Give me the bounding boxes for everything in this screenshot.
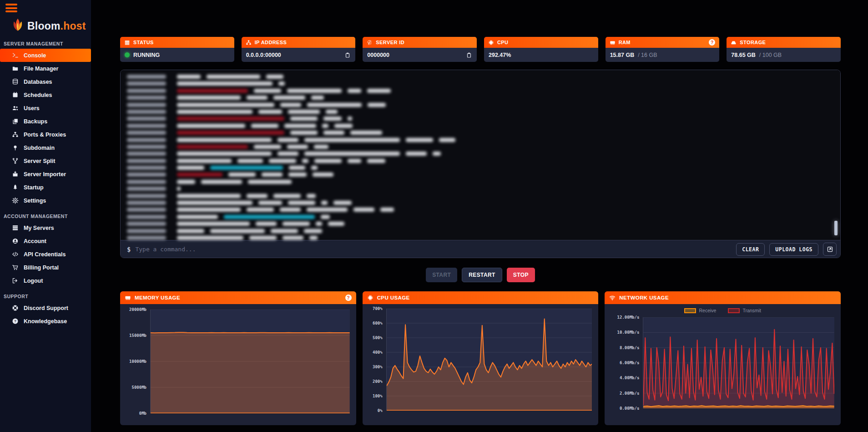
sidebar-item-file-manager[interactable]: File Manager	[0, 62, 91, 75]
sidebar-item-subdomain[interactable]: Subdomain	[0, 141, 91, 154]
sidebar-item-server-split[interactable]: Server Split	[0, 154, 91, 168]
sidebar-item-label: Startup	[24, 184, 44, 191]
command-input[interactable]	[135, 246, 732, 253]
clear-button[interactable]: CLEAR	[736, 243, 765, 256]
y-axis-labels: 700%600%500%400%300%200%100%0%	[369, 309, 386, 411]
y-tick-label: 6.00Mb/s	[620, 361, 639, 365]
y-tick-label: 20000Mb	[129, 307, 146, 312]
card-value-suffix: / 100 GB	[759, 52, 782, 58]
upload-logs-button[interactable]: UPLOAD LOGS	[769, 243, 818, 256]
help-icon[interactable]: ?	[345, 295, 352, 301]
card-value-row: 292.47%	[484, 48, 598, 62]
users-icon	[12, 105, 19, 112]
status-dot	[125, 52, 130, 57]
card-title: SERVER ID	[376, 40, 404, 45]
console-scrollbar[interactable]	[834, 221, 838, 235]
sidebar-item-label: Schedules	[24, 92, 52, 98]
console-log-line	[127, 201, 832, 205]
y-tick-label: 4.00Mb/s	[620, 376, 639, 380]
sidebar-nav: SERVER MANAGEMENTConsoleFile ManagerData…	[0, 41, 91, 328]
usage-charts-row: MEMORY USAGE?20000Mb15000Mb10000Mb5000Mb…	[120, 291, 841, 425]
prompt-symbol: $	[127, 246, 131, 253]
sidebar-item-label: Account	[24, 238, 46, 244]
sidebar-item-account[interactable]: Account	[0, 234, 91, 248]
sidebar-item-knowledgebase[interactable]: ?Knowledgebase	[0, 315, 91, 328]
sidebar-item-startup[interactable]: Startup	[0, 181, 91, 194]
expand-icon	[827, 246, 833, 253]
stat-card-server-id: SERVER ID0000000	[363, 37, 477, 62]
card-title: STATUS	[133, 40, 154, 45]
card-value-row: RUNNING	[120, 48, 234, 62]
sidebar-item-schedules[interactable]: Schedules	[0, 88, 91, 102]
chart-header: NETWORK USAGE	[605, 291, 841, 304]
y-tick-label: 400%	[373, 350, 383, 355]
copy-icon	[12, 118, 19, 125]
console-log-line	[127, 187, 832, 191]
sidebar-item-label: Server Importer	[24, 171, 66, 178]
sidebar-item-users[interactable]: Users	[0, 102, 91, 115]
memory-icon	[125, 295, 131, 301]
card-title: STORAGE	[740, 40, 766, 45]
stat-card-cpu: CPU292.47%	[484, 37, 598, 62]
sidebar-item-backups[interactable]: Backups	[0, 115, 91, 128]
sidebar-item-label: Settings	[24, 198, 46, 204]
help-icon[interactable]: ?	[709, 39, 715, 46]
y-tick-label: 0Mb	[139, 411, 146, 416]
sidebar-item-label: Billing Portal	[24, 264, 59, 271]
y-tick-label: 10000Mb	[129, 359, 146, 364]
brand-logo[interactable]: Bloom.host	[11, 18, 91, 35]
sidebar-item-logout[interactable]: Logout	[0, 274, 91, 287]
chart-plot-area	[643, 317, 834, 408]
console-log-line	[127, 145, 832, 149]
logout-icon	[12, 277, 19, 284]
expand-console-button[interactable]	[823, 243, 837, 256]
sidebar-item-databases[interactable]: Databases	[0, 75, 91, 88]
sidebar-item-server-importer[interactable]: Server Importer	[0, 168, 91, 181]
sidebar-item-label: Databases	[24, 79, 52, 85]
console-log-area[interactable]	[121, 70, 840, 240]
chart-plot-area	[386, 309, 592, 411]
copy-icon[interactable]	[344, 51, 351, 59]
svg-text:?: ?	[14, 319, 16, 323]
sidebar-item-billing-portal[interactable]: Billing Portal	[0, 261, 91, 274]
sidebar-item-api-credentials[interactable]: API Credentials	[0, 248, 91, 261]
start-button[interactable]: START	[426, 268, 457, 282]
sidebar-item-label: Ports & Proxies	[24, 132, 66, 138]
console-log-line	[127, 110, 832, 114]
sidebar-item-discord-support[interactable]: Discord Support	[0, 301, 91, 315]
sidebar-item-my-servers[interactable]: My Servers	[0, 221, 91, 234]
hamburger-icon[interactable]	[5, 4, 17, 12]
chart-body: 20000Mb15000Mb10000Mb5000Mb0Mb	[120, 304, 356, 413]
console-log-line	[127, 194, 832, 198]
y-tick-label: 15000Mb	[129, 333, 146, 338]
sidebar-item-settings[interactable]: Settings	[0, 194, 91, 207]
memory-icon	[610, 40, 616, 46]
y-tick-label: 0%	[378, 408, 383, 413]
console-log-line	[127, 222, 832, 226]
copy-icon[interactable]	[466, 51, 472, 59]
card-header: RAM?	[606, 37, 720, 48]
sidebar-item-label: API Credentials	[24, 251, 66, 258]
split-icon	[12, 158, 19, 164]
sidebar-item-console[interactable]: Console	[0, 49, 91, 62]
stat-card-storage: STORAGE78.65 GB / 100 GB	[727, 37, 841, 62]
y-tick-label: 600%	[373, 321, 383, 325]
stat-cards-row: STATUSRUNNINGIP ADDRESS0.0.0.0:00000SERV…	[120, 37, 841, 62]
card-value-row: 0.0.0.0:00000	[242, 48, 356, 62]
card-title: RAM	[619, 40, 631, 45]
console-log-line	[127, 159, 832, 163]
fingerprint-icon	[367, 40, 373, 46]
sidebar-item-ports-proxies[interactable]: Ports & Proxies	[0, 128, 91, 141]
chart-panel-cpu-usage: CPU USAGE700%600%500%400%300%200%100%0%	[363, 291, 599, 425]
restart-button[interactable]: RESTART	[462, 268, 502, 282]
sitemap-icon	[12, 131, 19, 138]
console-log-line	[127, 131, 832, 135]
main-content: STATUSRUNNINGIP ADDRESS0.0.0.0:00000SERV…	[120, 0, 841, 432]
card-value-suffix: / 16 GB	[638, 52, 657, 58]
y-tick-label: 500%	[373, 335, 383, 340]
card-value: 15.87 GB	[610, 52, 635, 58]
sidebar-item-label: File Manager	[24, 66, 58, 72]
stop-button[interactable]: STOP	[507, 268, 535, 282]
console-log-line	[127, 173, 832, 177]
chart-body: ReceiveTransmit12.00Mb/s10.00Mb/s8.00Mb/…	[605, 307, 841, 408]
